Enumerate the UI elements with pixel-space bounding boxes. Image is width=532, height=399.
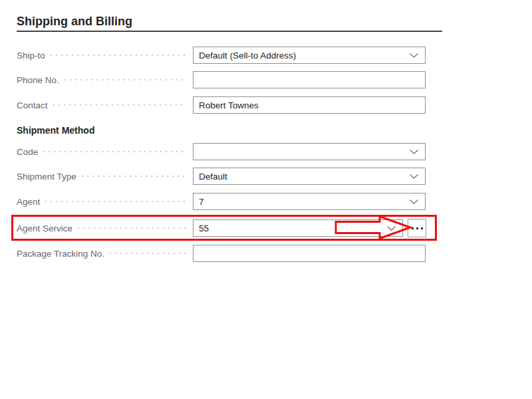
shipping-and-billing-section: Shipping and Billing Ship-to Phone No. C… [0, 0, 532, 399]
section-title: Shipping and Billing [17, 15, 132, 29]
field-row-phone-no: Phone No. [17, 71, 426, 88]
section-title-divider [17, 31, 442, 32]
phone-no-label: Phone No. [17, 75, 59, 85]
dotted-leader [78, 227, 186, 229]
dotted-leader [43, 151, 186, 152]
agent-combobox[interactable] [193, 193, 426, 210]
agent-service-input[interactable] [194, 220, 386, 236]
agent-service-label: Agent Service [17, 223, 72, 233]
dotted-leader [110, 253, 186, 254]
group-header-shipment-method: Shipment Method [17, 125, 94, 136]
chevron-down-icon[interactable] [386, 225, 396, 231]
package-tracking-no-textbox[interactable] [193, 245, 426, 262]
contact-input[interactable] [194, 97, 425, 113]
field-row-ship-to: Ship-to [17, 47, 426, 64]
phone-no-textbox[interactable] [193, 71, 426, 88]
chevron-down-icon[interactable] [409, 53, 419, 59]
code-input[interactable] [194, 144, 409, 160]
chevron-down-icon[interactable] [409, 149, 419, 155]
shipment-type-label: Shipment Type [17, 172, 76, 182]
chevron-down-icon[interactable] [409, 199, 419, 205]
code-combobox[interactable] [193, 143, 426, 160]
package-tracking-no-label: Package Tracking No. [17, 249, 104, 259]
field-row-package-tracking-no: Package Tracking No. [17, 245, 426, 262]
package-tracking-no-input[interactable] [194, 245, 425, 261]
shipment-type-combobox[interactable] [193, 168, 426, 185]
field-row-agent: Agent [17, 193, 426, 210]
chevron-down-icon[interactable] [409, 174, 419, 180]
shipment-type-input[interactable] [194, 168, 409, 184]
dotted-leader [82, 176, 186, 177]
ship-to-input[interactable] [194, 47, 409, 63]
agent-label: Agent [17, 197, 40, 207]
field-row-contact: Contact [17, 96, 426, 114]
contact-textbox[interactable] [193, 96, 426, 114]
ellipsis-icon [412, 227, 423, 229]
contact-label: Contact [17, 100, 48, 110]
ship-to-combobox[interactable] [193, 47, 426, 64]
agent-service-assist-edit-button[interactable] [408, 219, 426, 237]
agent-service-combobox[interactable] [193, 219, 403, 237]
field-row-agent-service: Agent Service [17, 219, 426, 237]
dotted-leader [45, 201, 186, 202]
field-row-code: Code [17, 143, 426, 160]
dotted-leader [53, 104, 186, 106]
dotted-leader [51, 55, 186, 56]
phone-no-input[interactable] [194, 72, 425, 88]
ship-to-label: Ship-to [17, 51, 45, 61]
code-label: Code [17, 147, 38, 157]
agent-input[interactable] [194, 194, 409, 209]
dotted-leader [65, 79, 186, 80]
field-row-shipment-type: Shipment Type [17, 168, 426, 185]
